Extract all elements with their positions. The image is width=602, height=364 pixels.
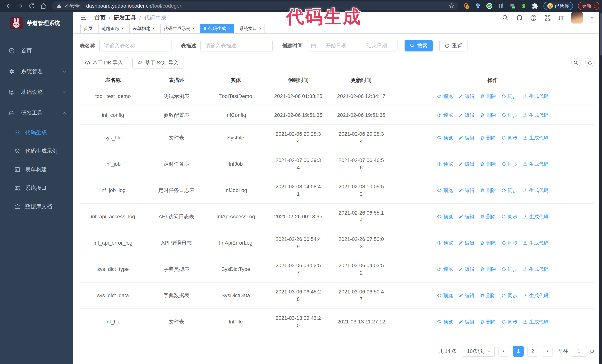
close-icon[interactable]: × — [152, 26, 155, 31]
delete-link[interactable]: 删除 — [480, 239, 496, 247]
close-icon[interactable]: × — [121, 26, 124, 31]
edit-link[interactable]: 编辑 — [458, 160, 474, 168]
generate-code-link[interactable]: 生成代码 — [523, 213, 548, 220]
edit-link[interactable]: 编辑 — [458, 134, 474, 141]
preview-link[interactable]: 预览 — [437, 266, 453, 273]
extension-alien-icon[interactable] — [520, 3, 527, 9]
edit-link[interactable]: 编辑 — [458, 292, 474, 299]
search-button[interactable]: 搜索 — [405, 40, 433, 52]
sidebar-item-system-api[interactable]: 系统接口 — [0, 179, 73, 197]
delete-link[interactable]: 删除 — [480, 318, 496, 325]
tab-system-api[interactable]: 系统接口× — [236, 24, 265, 33]
generate-code-link[interactable]: 生成代码 — [523, 112, 548, 119]
preview-link[interactable]: 预览 — [437, 292, 453, 299]
page-size-select[interactable]: 10条/页 — [462, 346, 495, 357]
back-icon[interactable] — [6, 3, 12, 9]
sidebar-item-devtools[interactable]: 研发工具 — [0, 103, 73, 123]
logo-row[interactable]: 芋道管理系统 — [0, 12, 73, 35]
goto-page-input[interactable] — [571, 346, 587, 357]
next-page-button[interactable] — [542, 346, 553, 357]
generate-code-link[interactable]: 生成代码 — [523, 134, 548, 141]
edit-link[interactable]: 编辑 — [458, 93, 474, 100]
preview-link[interactable]: 预览 — [437, 134, 453, 141]
sync-link[interactable]: 同步 — [501, 160, 517, 168]
delete-link[interactable]: 删除 — [480, 266, 496, 273]
reload-icon[interactable] — [29, 3, 35, 9]
preview-link[interactable]: 预览 — [437, 239, 453, 247]
page-button-2[interactable]: 2 — [527, 346, 538, 357]
sidebar-item-db-doc[interactable]: 数据库文档 — [0, 197, 73, 216]
forward-icon[interactable] — [17, 3, 24, 9]
sidebar-item-home[interactable]: 首页 — [0, 40, 73, 61]
bookmark-star-icon[interactable] — [449, 3, 455, 9]
breadcrumb-home[interactable]: 首页 — [95, 14, 106, 22]
preview-link[interactable]: 预览 — [437, 93, 453, 100]
toggle-search-button[interactable] — [571, 58, 580, 67]
search-icon[interactable] — [502, 14, 509, 21]
sidebar-item-form-builder[interactable]: 表单构建 — [0, 160, 73, 179]
delete-link[interactable]: 删除 — [480, 112, 496, 119]
security-warning-icon[interactable] — [56, 3, 62, 9]
generate-code-link[interactable]: 生成代码 — [523, 187, 548, 194]
import-sql-button[interactable]: 基于 SQL 导入 — [132, 57, 184, 69]
address-bar[interactable]: 不安全 dashboard.yudao.iocoder.cn/tool/code… — [52, 1, 458, 10]
update-button[interactable]: 更新 — [578, 2, 599, 10]
delete-link[interactable]: 删除 — [480, 160, 496, 168]
preview-link[interactable]: 预览 — [437, 213, 453, 220]
sync-link[interactable]: 同步 — [501, 318, 517, 325]
date-range-picker[interactable]: 开始日期 - 结束日期 — [307, 40, 398, 52]
delete-link[interactable]: 删除 — [480, 187, 496, 194]
generate-code-link[interactable]: 生成代码 — [523, 239, 548, 247]
extension-drop-icon[interactable] — [497, 3, 504, 9]
sync-link[interactable]: 同步 — [501, 134, 517, 141]
tab-codegen[interactable]: 代码生成× — [200, 24, 234, 33]
security-label[interactable]: 不安全 — [65, 3, 80, 9]
browser-scrollbar[interactable] — [599, 12, 602, 364]
sync-link[interactable]: 同步 — [501, 239, 517, 247]
preview-link[interactable]: 预览 — [437, 318, 453, 325]
sidebar-item-system[interactable]: 系统管理 — [0, 61, 73, 82]
edit-link[interactable]: 编辑 — [458, 239, 474, 247]
sync-link[interactable]: 同步 — [501, 213, 517, 220]
breadcrumb-devtools[interactable]: 研发工具 — [114, 14, 136, 22]
prev-page-button[interactable] — [498, 346, 509, 357]
sync-link[interactable]: 同步 — [501, 266, 517, 273]
avatar-caret-icon[interactable] — [590, 17, 594, 19]
extension-green-check-icon[interactable] — [486, 3, 493, 9]
sync-link[interactable]: 同步 — [501, 292, 517, 299]
edit-link[interactable]: 编辑 — [458, 187, 474, 194]
sidebar-item-codegen[interactable]: 代码生成 — [0, 123, 73, 142]
sync-link[interactable]: 同步 — [501, 93, 517, 100]
preview-link[interactable]: 预览 — [437, 187, 453, 194]
tab-home[interactable]: 首页 — [80, 24, 96, 33]
date-start-placeholder[interactable]: 开始日期 — [319, 42, 353, 49]
preview-link[interactable]: 预览 — [437, 112, 453, 119]
browser-menu-icon[interactable] — [594, 3, 595, 8]
close-icon[interactable]: × — [228, 26, 230, 31]
tab-form-builder[interactable]: 表单构建× — [129, 24, 158, 33]
delete-link[interactable]: 删除 — [480, 213, 496, 220]
home-icon[interactable] — [40, 3, 47, 9]
delete-link[interactable]: 删除 — [480, 134, 496, 141]
sidebar-item-infra[interactable]: 基础设施 — [0, 82, 73, 103]
hamburger-icon[interactable] — [80, 15, 87, 21]
sync-link[interactable]: 同步 — [501, 112, 517, 119]
help-icon[interactable] — [530, 14, 537, 21]
extension-orange-icon[interactable]: 1 — [463, 3, 470, 9]
fullscreen-icon[interactable] — [544, 14, 551, 21]
close-icon[interactable]: × — [259, 26, 262, 31]
generate-code-link[interactable]: 生成代码 — [523, 292, 548, 299]
table-desc-input[interactable] — [200, 40, 273, 52]
reset-button[interactable]: 重置 — [439, 40, 468, 52]
edit-link[interactable]: 编辑 — [458, 318, 474, 325]
edit-link[interactable]: 编辑 — [458, 213, 474, 220]
close-icon[interactable]: × — [192, 26, 195, 31]
sync-link[interactable]: 同步 — [501, 187, 517, 194]
url-text[interactable]: dashboard.yudao.iocoder.cn/tool/codegen — [86, 3, 183, 9]
date-end-placeholder[interactable]: 结束日期 — [360, 42, 393, 49]
refresh-table-button[interactable] — [585, 58, 595, 67]
page-button-1[interactable]: 1 — [513, 346, 524, 357]
generate-code-link[interactable]: 生成代码 — [523, 318, 548, 325]
extensions-puzzle-icon[interactable] — [532, 3, 539, 9]
import-db-button[interactable]: 基于 DB 导入 — [80, 57, 128, 69]
